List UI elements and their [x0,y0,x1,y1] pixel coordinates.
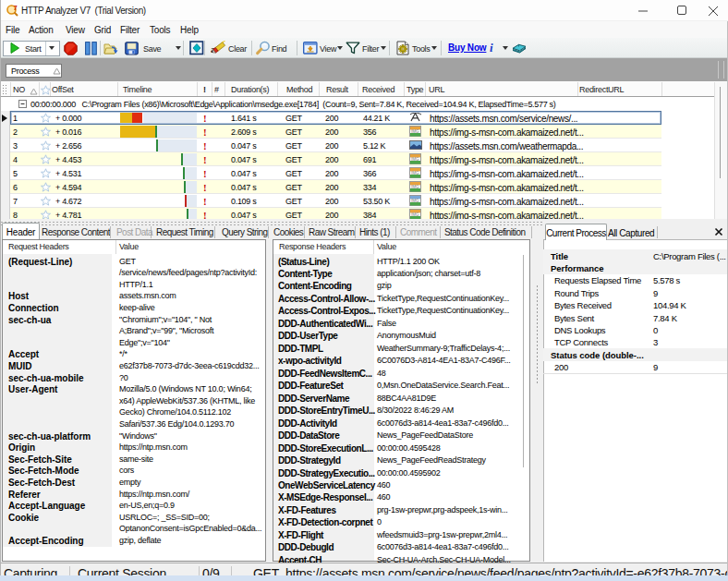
svg-text:IMG: IMG [411,157,419,162]
svg-text:IMG: IMG [411,185,419,189]
svg-text:IMG: IMG [411,212,419,217]
svg-text:IMG: IMG [411,129,419,134]
svg-text:7: 7 [14,4,18,12]
svg-text:IMG: IMG [411,199,419,203]
svg-text:IMG: IMG [411,171,419,176]
